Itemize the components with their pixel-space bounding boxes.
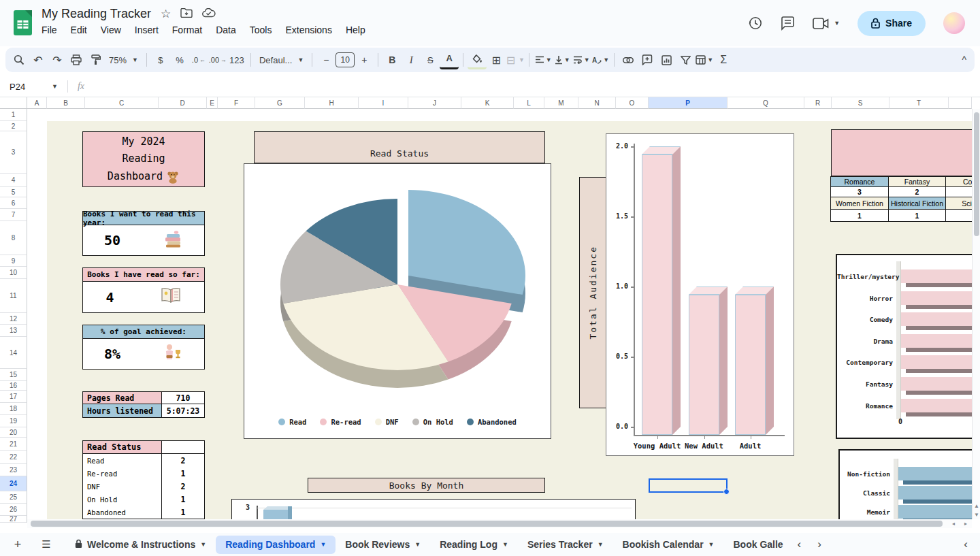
- move-folder-icon[interactable]: [180, 8, 193, 20]
- column-header-J[interactable]: J: [408, 97, 461, 109]
- row-header-20[interactable]: 20: [0, 427, 27, 438]
- column-header-D[interactable]: D: [159, 97, 207, 109]
- number-format-button[interactable]: 123: [227, 50, 246, 69]
- scroll-left-icon[interactable]: ◂: [947, 519, 960, 528]
- totals-row[interactable]: Hours listened5:07:23: [83, 404, 204, 417]
- genre-cell[interactable]: 1: [888, 209, 946, 222]
- tab-caret-icon[interactable]: ▼: [200, 541, 206, 548]
- menu-extensions[interactable]: Extensions: [280, 23, 337, 37]
- collapse-panel-button[interactable]: ‹: [964, 538, 968, 551]
- row-header-25[interactable]: 25: [0, 491, 27, 504]
- bold-button[interactable]: B: [382, 50, 402, 69]
- hide-menus-button[interactable]: ^: [962, 54, 966, 65]
- tab-welcome-instructions[interactable]: Welcome & Instructions▼: [65, 536, 216, 554]
- row-header-23[interactable]: 23: [0, 464, 27, 476]
- insert-chart-icon[interactable]: [657, 50, 676, 69]
- format-currency-button[interactable]: $: [151, 50, 170, 69]
- genre-cell[interactable]: [945, 209, 972, 222]
- read-status-row[interactable]: Re-read1: [83, 467, 204, 480]
- font-select[interactable]: Defaul...▼: [255, 50, 308, 69]
- genre-cell[interactable]: Historical Fiction: [888, 197, 946, 210]
- genre-cell[interactable]: [945, 186, 972, 197]
- borders-button[interactable]: ⊞: [487, 50, 506, 69]
- meet-video-icon[interactable]: ▼: [813, 18, 840, 29]
- row-header-14[interactable]: 14: [0, 337, 27, 369]
- row-header-18[interactable]: 18: [0, 403, 27, 415]
- star-icon[interactable]: ☆: [161, 8, 171, 20]
- column-header-O[interactable]: O: [616, 97, 649, 109]
- genre-cell[interactable]: Fantasy: [888, 176, 946, 187]
- column-header-N[interactable]: N: [578, 97, 616, 109]
- all-sheets-button[interactable]: ☰: [38, 536, 54, 553]
- menu-insert[interactable]: Insert: [129, 23, 164, 37]
- row-header-10[interactable]: 10: [0, 267, 27, 279]
- document-title[interactable]: My Reading Tracker: [42, 7, 151, 21]
- row-header-13[interactable]: 13: [0, 325, 27, 337]
- hbar-classic[interactable]: [898, 486, 972, 500]
- scroll-right-icon[interactable]: ▸: [960, 519, 972, 528]
- row-header-5[interactable]: 5: [0, 187, 27, 197]
- genre-table-banner[interactable]: [831, 129, 972, 176]
- print-icon[interactable]: [67, 50, 86, 69]
- row-header-12[interactable]: 12: [0, 313, 27, 325]
- hbar-memoir[interactable]: [898, 505, 972, 519]
- sheets-logo-icon[interactable]: [14, 10, 32, 38]
- tab-caret-icon[interactable]: ▼: [708, 541, 715, 548]
- row-header-1[interactable]: 1: [0, 109, 27, 121]
- text-rotation-button[interactable]: A▼: [591, 50, 610, 69]
- hbar-non-fiction[interactable]: [898, 467, 972, 480]
- audience-axis-banner[interactable]: Total Audience: [579, 177, 606, 408]
- genre-cell[interactable]: 1: [830, 209, 889, 222]
- pie-chart-title-banner[interactable]: Read Status: [254, 131, 545, 163]
- menu-edit[interactable]: Edit: [65, 23, 93, 37]
- tab-caret-icon[interactable]: ▼: [320, 541, 326, 548]
- row-header-17[interactable]: 17: [0, 391, 27, 403]
- hbar-contemporary[interactable]: [901, 355, 972, 369]
- read-status-row[interactable]: DNF2: [83, 480, 204, 493]
- table-views-button[interactable]: ▼: [695, 50, 714, 69]
- column-header-L[interactable]: L: [514, 97, 544, 109]
- stat-card-2[interactable]: Books I have read so far:4: [82, 267, 205, 313]
- row-header-22[interactable]: 22: [0, 451, 27, 464]
- column-header-K[interactable]: K: [461, 97, 514, 109]
- tab-caret-icon[interactable]: ▼: [502, 541, 508, 548]
- hbar-thriller-mystery[interactable]: [901, 269, 972, 283]
- stat-card-1[interactable]: Books I want to read this year:50: [82, 211, 205, 256]
- read-status-row[interactable]: Abandoned1: [83, 506, 204, 519]
- read-status-table[interactable]: Read StatusRead2Re-read1DNF2On Hold1Aban…: [82, 440, 205, 519]
- genre-cell[interactable]: 3: [830, 186, 889, 197]
- insert-comment-icon[interactable]: [638, 50, 657, 69]
- read-status-row[interactable]: On Hold1: [83, 493, 204, 506]
- strikethrough-button[interactable]: S: [421, 50, 440, 69]
- sheet-canvas[interactable]: My 2024 Reading Dashboard Books I want t…: [27, 109, 972, 519]
- horizontal-scroll-thumb[interactable]: [31, 521, 943, 527]
- cloud-saved-icon[interactable]: [202, 8, 216, 20]
- increase-font-size-button[interactable]: +: [355, 50, 374, 69]
- row-header-11[interactable]: 11: [0, 279, 27, 313]
- stat-card-3[interactable]: % of goal achieved:8%: [82, 325, 205, 370]
- tab-book-reviews[interactable]: Book Reviews▼: [336, 536, 430, 554]
- text-color-button[interactable]: A: [440, 50, 459, 69]
- row-header-15[interactable]: 15: [0, 369, 27, 381]
- comments-icon[interactable]: [781, 16, 795, 31]
- text-wrap-button[interactable]: ▼: [572, 50, 591, 69]
- audience-bar-adult[interactable]: [735, 295, 766, 435]
- menu-file[interactable]: File: [36, 23, 63, 37]
- row-header-8[interactable]: 8: [0, 221, 27, 255]
- column-header-R[interactable]: R: [804, 97, 832, 109]
- row-header-27[interactable]: 27: [0, 516, 27, 523]
- row-header-26[interactable]: 26: [0, 504, 27, 516]
- column-header-I[interactable]: I: [359, 97, 408, 109]
- books-by-month-banner[interactable]: Books By Month: [308, 478, 545, 493]
- fill-handle[interactable]: [723, 489, 730, 495]
- audience-bar-chart[interactable]: 2.01.51.00.50.0Young AdultNew AdultAdult: [606, 133, 794, 456]
- share-button[interactable]: Share: [858, 11, 926, 36]
- version-history-icon[interactable]: [748, 16, 763, 31]
- genre-cell[interactable]: Romance: [830, 176, 889, 187]
- decrease-decimals-button[interactable]: .0←: [189, 50, 208, 69]
- row-header-3[interactable]: 3: [0, 131, 27, 174]
- row-header-2[interactable]: 2: [0, 121, 27, 131]
- vertical-scrollbar[interactable]: ▲ ▼: [972, 109, 980, 519]
- tab-caret-icon[interactable]: ▼: [414, 541, 421, 548]
- menu-format[interactable]: Format: [167, 23, 208, 37]
